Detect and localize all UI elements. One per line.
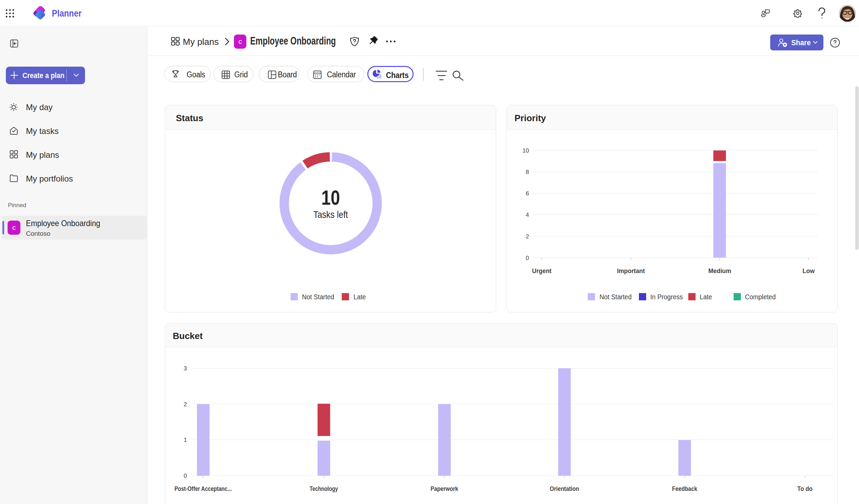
svg-text:6: 6 <box>526 190 529 197</box>
svg-text:0: 0 <box>526 255 529 261</box>
svg-text:4: 4 <box>526 212 529 218</box>
svg-text:10: 10 <box>522 147 529 154</box>
svg-text:Low: Low <box>803 268 815 274</box>
svg-text:Feedback: Feedback <box>672 485 697 492</box>
svg-text:1: 1 <box>184 437 187 443</box>
svg-text:To do: To do <box>797 485 813 492</box>
svg-text:10: 10 <box>321 186 340 209</box>
svg-text:2: 2 <box>184 401 187 408</box>
svg-text:Paperwork: Paperwork <box>431 485 458 492</box>
svg-text:3: 3 <box>184 365 187 372</box>
svg-text:Post-Offer Acceptanc...: Post-Offer Acceptanc... <box>174 485 232 492</box>
svg-text:Urgent: Urgent <box>532 268 552 274</box>
svg-text:Technology: Technology <box>310 485 338 492</box>
svg-text:0: 0 <box>184 473 187 479</box>
svg-text:Tasks left: Tasks left <box>313 209 348 220</box>
svg-text:2: 2 <box>526 233 529 240</box>
svg-text:Medium: Medium <box>708 268 731 274</box>
svg-text:Important: Important <box>617 268 645 274</box>
svg-text:Orientation: Orientation <box>550 485 579 492</box>
svg-text:8: 8 <box>526 169 529 175</box>
